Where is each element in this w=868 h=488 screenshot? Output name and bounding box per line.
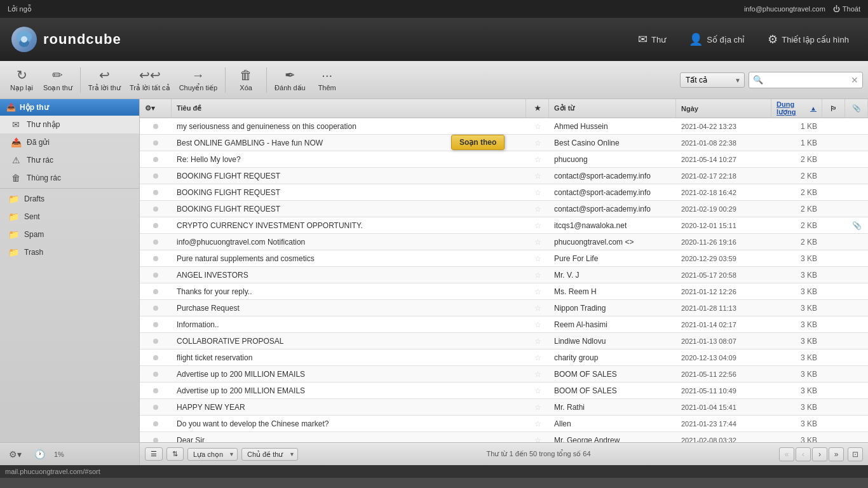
email-cell-star[interactable]: ☆ xyxy=(526,386,549,395)
reload-button[interactable]: ↻ Nạp lại xyxy=(5,64,38,97)
email-cell-star[interactable]: ☆ xyxy=(526,172,549,180)
first-page-button[interactable]: « xyxy=(779,447,794,461)
col-header-attach[interactable]: 📎 xyxy=(845,99,868,118)
email-row[interactable]: COLLABORATIVE PROPOSAL☆Lindiwe Ndlovu202… xyxy=(140,333,868,349)
email-cell-star[interactable]: ☆ xyxy=(526,370,549,379)
reload-icon: ↻ xyxy=(17,67,27,83)
email-cell-star[interactable]: ☆ xyxy=(526,254,549,263)
email-row[interactable]: Pure natural supplements and cosmetics☆P… xyxy=(140,250,868,267)
email-cell-from: phucuong xyxy=(549,155,676,164)
sort-dropdown[interactable]: Chủ đề thư Người gửi Ngày Dung lượng xyxy=(241,448,298,461)
email-cell-star[interactable]: ☆ xyxy=(526,271,549,280)
email-cell-date: 2020-11-26 19:16 xyxy=(676,238,771,246)
email-cell-date: 2021-02-08 03:32 xyxy=(676,437,771,443)
email-cell-size: 3 KB xyxy=(771,271,822,280)
col-header-check[interactable]: ⚙▾ xyxy=(140,99,172,118)
email-cell-from: Mr. George Andrew xyxy=(549,436,676,443)
email-row[interactable]: HAPPY NEW YEAR☆Mr. Rathi2021-01-04 15:41… xyxy=(140,399,868,416)
next-page-button[interactable]: › xyxy=(812,447,827,461)
email-cell-star[interactable]: ☆ xyxy=(526,436,549,443)
compose-floating-button[interactable]: Soạn theo xyxy=(451,135,505,150)
email-cell-star[interactable]: ☆ xyxy=(526,155,549,164)
sidebar-item-da-gui[interactable]: 📤 Đã gửi xyxy=(0,133,139,151)
email-row[interactable]: Re: Hello My love?☆phucuong2021-05-14 10… xyxy=(140,151,868,168)
email-cell-star[interactable]: ☆ xyxy=(526,139,549,147)
email-cell-star[interactable]: ☆ xyxy=(526,304,549,313)
sidebar-settings-button[interactable]: ⚙▾ xyxy=(5,447,25,461)
sidebar-item-drafts[interactable]: 📁 Drafts xyxy=(0,190,139,208)
email-cell-star[interactable]: ☆ xyxy=(526,221,549,230)
email-cell-star[interactable]: ☆ xyxy=(526,205,549,214)
forward-button[interactable]: → Chuyển tiếp xyxy=(175,64,221,97)
col-header-size[interactable]: Dung lượng ▲ xyxy=(771,99,822,118)
email-row[interactable]: my seriousness and genuineness on this c… xyxy=(140,118,868,135)
sidebar-inbox-header[interactable]: 📥 Hộp thư xyxy=(0,99,139,116)
logout-button[interactable]: ⏻ Thoát xyxy=(833,5,860,13)
sidebar-item-spam[interactable]: 📁 Spam xyxy=(0,226,139,243)
col-header-star[interactable]: ★ xyxy=(526,99,549,118)
prev-page-button[interactable]: ‹ xyxy=(796,447,811,461)
thread-view-button[interactable]: ⇅ xyxy=(166,447,184,461)
email-cell-star[interactable]: ☆ xyxy=(526,403,549,412)
nav-settings[interactable]: ⚙ Thiết lập cấu hình xyxy=(759,29,858,50)
col-header-date[interactable]: Ngày xyxy=(676,99,771,118)
email-row[interactable]: CRYPTO CURRENCY INVESTMENT OPPORTUNITY.☆… xyxy=(140,217,868,234)
email-cell-star[interactable]: ☆ xyxy=(526,320,549,329)
email-cell-subject: Thanks for your reply.. xyxy=(172,287,526,296)
email-row[interactable]: Do you want to develop the Chinese marke… xyxy=(140,416,868,432)
email-row[interactable]: Thanks for your reply..☆Ms. Reem H2021-0… xyxy=(140,283,868,300)
reply-all-button[interactable]: ↩↩ Trả lời tất cả xyxy=(126,64,174,97)
reply-button[interactable]: ↩ Trả lời thư xyxy=(85,64,125,97)
email-cell-star[interactable]: ☆ xyxy=(526,122,549,131)
email-row[interactable]: Advertise up to 200 MILLION EMAILS☆BOOM … xyxy=(140,383,868,399)
sidebar-item-thu-nhap[interactable]: ✉ Thư nhập xyxy=(0,116,139,133)
col-header-from[interactable]: Gởi từ xyxy=(549,99,676,118)
email-cell-star[interactable]: ☆ xyxy=(526,419,549,428)
email-cell-star[interactable]: ☆ xyxy=(526,238,549,247)
sidebar-item-thung-rac[interactable]: 🗑 Thùng rác xyxy=(0,169,139,187)
email-cell-size: 3 KB xyxy=(771,353,822,362)
topbar-right: info@phucuongtravel.com ⏻ Thoát xyxy=(744,5,860,13)
select-mode-button[interactable]: ☰ xyxy=(145,447,163,461)
email-cell-star[interactable]: ☆ xyxy=(526,337,549,346)
email-row[interactable]: BOOKING FLIGHT REQUEST☆contact@sport-aca… xyxy=(140,201,868,217)
mark-button[interactable]: ✒ Đánh dấu xyxy=(271,64,309,97)
sort-dropdown-wrapper: Chủ đề thư Người gửi Ngày Dung lượng ▼ xyxy=(241,448,298,461)
email-row[interactable]: ANGEL INVESTORS☆Mr. V. J2021-05-17 20:58… xyxy=(140,267,868,283)
email-row[interactable]: Advertise up to 200 MILLION EMAILS☆BOOM … xyxy=(140,366,868,383)
email-cell-size: 2 KB xyxy=(771,238,822,247)
read-indicator xyxy=(153,388,158,393)
email-cell-star[interactable]: ☆ xyxy=(526,188,549,197)
sidebar-item-thu-rac[interactable]: ⚠ Thư rác xyxy=(0,151,139,169)
email-cell-check xyxy=(140,438,172,443)
email-cell-check xyxy=(140,339,172,344)
nav-contacts[interactable]: 👤 Số địa chỉ xyxy=(680,29,754,50)
expand-button[interactable]: ⊡ xyxy=(848,447,863,461)
folder-select[interactable]: Tất cả Hộp thư đến Đã gửi Thư rác Thùng … xyxy=(680,72,745,88)
sidebar-item-sent[interactable]: 📁 Sent xyxy=(0,208,139,226)
email-row[interactable]: Information..☆Reem Al-hasimi2021-01-14 0… xyxy=(140,316,868,333)
search-input[interactable] xyxy=(766,76,848,85)
search-clear-button[interactable]: ✕ xyxy=(851,75,858,85)
email-row[interactable]: info@phucuongtravel.com Notification☆phu… xyxy=(140,234,868,250)
compose-icon: ✏ xyxy=(52,67,63,83)
nav-mail[interactable]: ✉ Thư xyxy=(629,29,675,50)
more-button[interactable]: ··· Thêm xyxy=(311,64,344,97)
email-cell-size: 3 KB xyxy=(771,337,822,346)
compose-button[interactable]: ✏ Soạn thư xyxy=(39,64,76,97)
email-cell-star[interactable]: ☆ xyxy=(526,287,549,296)
email-cell-star[interactable]: ☆ xyxy=(526,353,549,362)
email-cell-subject: COLLABORATIVE PROPOSAL xyxy=(172,337,526,346)
col-header-subject[interactable]: Tiêu đề xyxy=(172,99,526,118)
delete-button[interactable]: 🗑 Xóa xyxy=(229,64,262,97)
last-page-button[interactable]: » xyxy=(829,447,844,461)
sidebar-info-button[interactable]: 🕐 xyxy=(31,447,49,461)
email-row[interactable]: BOOKING FLIGHT REQUEST☆contact@sport-aca… xyxy=(140,184,868,201)
sidebar-item-trash[interactable]: 📁 Trash xyxy=(0,243,139,261)
select-dropdown[interactable]: Lựa chọn Tất cả Không Đọc rồi Chưa đọc xyxy=(187,448,238,461)
email-row[interactable]: flight ticket reservation☆charity group2… xyxy=(140,349,868,366)
email-row[interactable]: BOOKING FLIGHT REQUEST☆contact@sport-aca… xyxy=(140,168,868,184)
col-header-flag[interactable]: 🏳 xyxy=(822,99,845,118)
email-row[interactable]: Purchase Request☆Nippon Trading2021-01-2… xyxy=(140,300,868,316)
email-row[interactable]: Dear Sir☆Mr. George Andrew2021-02-08 03:… xyxy=(140,432,868,442)
